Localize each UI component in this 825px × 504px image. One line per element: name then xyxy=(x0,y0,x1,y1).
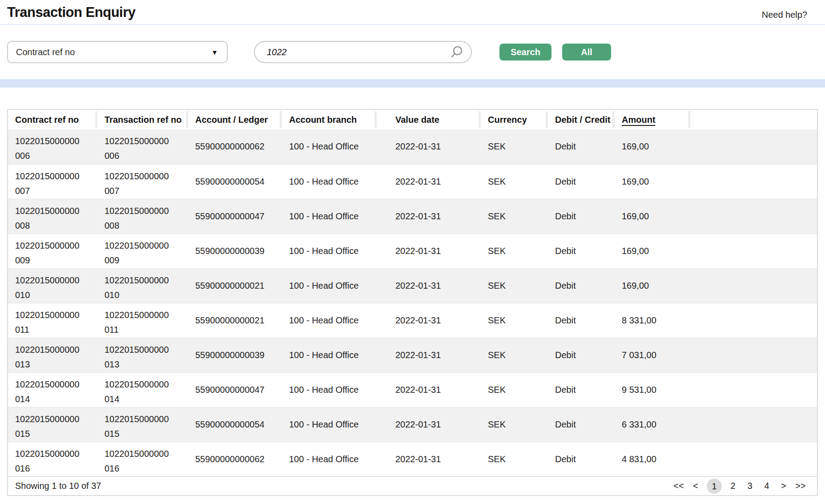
page-1-button[interactable]: 1 xyxy=(707,479,722,494)
cell-contract_ref: 1022015000000007 xyxy=(8,164,97,199)
column-header-label: Currency xyxy=(488,115,527,125)
page-3-button[interactable]: 3 xyxy=(744,481,756,491)
table-row[interactable]: 1022015000000016102201500000001655900000… xyxy=(8,442,817,476)
table-row[interactable]: 1022015000000008102201500000000855900000… xyxy=(8,199,817,234)
column-header-currency[interactable]: Currency xyxy=(481,110,548,129)
cell-transaction_ref: 1022015000000006 xyxy=(97,129,188,164)
column-header-value_date[interactable]: Value date xyxy=(377,110,481,129)
search-field-wrap xyxy=(254,41,472,63)
column-header-label: Amount xyxy=(622,115,656,125)
results-table: Contract ref noTransaction ref noAccount… xyxy=(8,110,817,476)
results-table-container: Contract ref noTransaction ref noAccount… xyxy=(7,109,818,496)
column-header-amount[interactable]: Amount xyxy=(615,110,690,129)
column-header-label: Transaction ref no xyxy=(105,115,181,125)
cell-debit_credit: Debit xyxy=(548,407,615,442)
cell-contract_ref: 1022015000000009 xyxy=(8,234,97,268)
search-icon[interactable] xyxy=(450,45,464,59)
cell-account_ledger: 55900000000021 xyxy=(188,303,282,338)
table-row[interactable]: 1022015000000007102201500000000755900000… xyxy=(8,164,817,199)
cell-currency: SEK xyxy=(481,164,548,199)
cell-account_ledger: 55900000000047 xyxy=(188,199,282,234)
table-row[interactable]: 1022015000000013102201500000001355900000… xyxy=(8,338,817,372)
cell-currency: SEK xyxy=(481,199,548,234)
cell-account_branch: 100 - Head Office xyxy=(282,407,377,442)
field-selector[interactable]: Contract ref no ▼ xyxy=(7,41,228,63)
column-header-account_branch[interactable]: Account branch xyxy=(282,110,377,129)
cell-actions xyxy=(690,164,817,199)
column-header-label: Contract ref no xyxy=(15,115,79,125)
cell-debit_credit: Debit xyxy=(548,372,615,407)
cell-debit_credit: Debit xyxy=(548,234,615,268)
cell-account_branch: 100 - Head Office xyxy=(282,129,377,164)
cell-value_date: 2022-01-31 xyxy=(377,338,481,372)
table-row[interactable]: 1022015000000011102201500000001155900000… xyxy=(8,303,817,338)
search-button[interactable]: Search xyxy=(499,44,551,60)
cell-transaction_ref: 1022015000000009 xyxy=(97,234,188,268)
column-header-actions xyxy=(690,110,817,129)
cell-debit_credit: Debit xyxy=(548,442,615,476)
cell-account_ledger: 55900000000047 xyxy=(188,372,282,407)
cell-contract_ref: 1022015000000006 xyxy=(8,129,97,164)
cell-debit_credit: Debit xyxy=(548,268,615,303)
cell-value_date: 2022-01-31 xyxy=(377,199,481,234)
first-page-button[interactable]: << xyxy=(673,481,684,491)
column-header-account_ledger[interactable]: Account / Ledger xyxy=(188,110,282,129)
results-summary: Showing 1 to 10 of 37 xyxy=(15,481,101,491)
section-divider-bar xyxy=(0,79,825,88)
cell-amount: 169,00 xyxy=(615,129,690,164)
column-header-label: Value date xyxy=(395,115,439,125)
cell-account_ledger: 55900000000054 xyxy=(188,407,282,442)
cell-amount: 169,00 xyxy=(615,164,690,199)
cell-account_branch: 100 - Head Office xyxy=(282,303,377,338)
cell-contract_ref: 1022015000000008 xyxy=(8,199,97,234)
table-row[interactable]: 1022015000000006102201500000000655900000… xyxy=(8,129,817,164)
pagination: <<<1234>>> xyxy=(673,479,806,494)
cell-account_ledger: 55900000000039 xyxy=(188,338,282,372)
cell-account_ledger: 55900000000054 xyxy=(188,164,282,199)
cell-value_date: 2022-01-31 xyxy=(377,442,481,476)
table-row[interactable]: 1022015000000015102201500000001555900000… xyxy=(8,407,817,442)
cell-actions xyxy=(690,199,817,234)
cell-contract_ref: 1022015000000011 xyxy=(8,303,97,338)
table-row[interactable]: 1022015000000014102201500000001455900000… xyxy=(8,372,817,407)
cell-currency: SEK xyxy=(481,303,548,338)
column-header-contract_ref[interactable]: Contract ref no xyxy=(8,110,97,129)
prev-page-button[interactable]: < xyxy=(690,481,701,491)
cell-actions xyxy=(690,372,817,407)
cell-value_date: 2022-01-31 xyxy=(377,164,481,199)
cell-account_branch: 100 - Head Office xyxy=(282,338,377,372)
cell-actions xyxy=(690,303,817,338)
cell-value_date: 2022-01-31 xyxy=(377,303,481,338)
search-input[interactable] xyxy=(254,41,472,63)
cell-currency: SEK xyxy=(481,442,548,476)
cell-debit_credit: Debit xyxy=(548,129,615,164)
cell-contract_ref: 1022015000000013 xyxy=(8,338,97,372)
column-header-transaction_ref[interactable]: Transaction ref no xyxy=(97,110,188,129)
page-2-button[interactable]: 2 xyxy=(727,481,739,491)
table-header-row: Contract ref noTransaction ref noAccount… xyxy=(8,110,817,129)
table-row[interactable]: 1022015000000009102201500000000955900000… xyxy=(8,234,817,268)
next-page-button[interactable]: > xyxy=(778,481,789,491)
column-header-label: Account / Ledger xyxy=(195,115,268,125)
cell-actions xyxy=(690,407,817,442)
cell-currency: SEK xyxy=(481,338,548,372)
last-page-button[interactable]: >> xyxy=(795,481,806,491)
cell-actions xyxy=(690,234,817,268)
cell-amount: 7 031,00 xyxy=(615,338,690,372)
table-row[interactable]: 1022015000000010102201500000001055900000… xyxy=(8,268,817,303)
cell-account_ledger: 55900000000039 xyxy=(188,234,282,268)
cell-transaction_ref: 1022015000000010 xyxy=(97,268,188,303)
cell-value_date: 2022-01-31 xyxy=(377,234,481,268)
cell-transaction_ref: 1022015000000007 xyxy=(97,164,188,199)
page-4-button[interactable]: 4 xyxy=(761,481,773,491)
cell-value_date: 2022-01-31 xyxy=(377,268,481,303)
all-button[interactable]: All xyxy=(562,44,611,60)
column-header-debit_credit[interactable]: Debit / Credit xyxy=(548,110,615,129)
need-help-link[interactable]: Need help? xyxy=(762,10,807,20)
filter-bar: Contract ref no ▼ Search All xyxy=(0,25,825,79)
cell-value_date: 2022-01-31 xyxy=(377,372,481,407)
cell-debit_credit: Debit xyxy=(548,338,615,372)
cell-currency: SEK xyxy=(481,129,548,164)
cell-account_ledger: 55900000000062 xyxy=(188,442,282,476)
cell-account_branch: 100 - Head Office xyxy=(282,442,377,476)
